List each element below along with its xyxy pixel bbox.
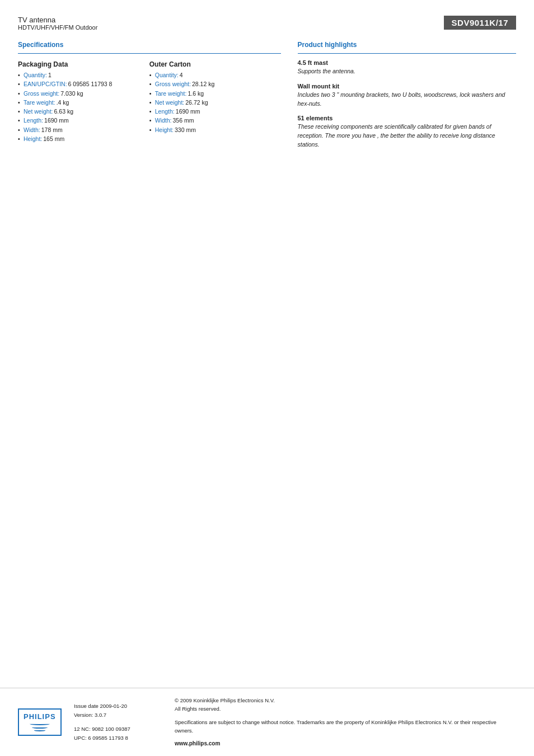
model-badge: SDV9011K/17 (444, 16, 516, 30)
packaging-quantity-value: 1 (48, 71, 51, 79)
footer-nc-label: 12 NC: (74, 726, 91, 732)
footer-version-label: Version: (74, 712, 93, 718)
packaging-net-weight-value: 6.63 kg (54, 107, 73, 116)
footer: PHILIPS Issue date 2009-01-20 Version: 3… (0, 688, 534, 756)
packaging-length-value: 1690 mm (44, 116, 69, 125)
footer-upc-value: 6 09585 11793 8 (88, 735, 128, 741)
footer-nc-row: 12 NC: 9082 100 09387 (74, 725, 163, 734)
packaging-gross-weight: Gross weight: 7.030 kg (18, 89, 149, 98)
philips-logo-box: PHILIPS (18, 708, 62, 736)
highlight-mast: 4.5 ft mast Supports the antenna. (298, 59, 517, 76)
packaging-gross-weight-value: 7.030 kg (60, 89, 83, 98)
carton-height-value: 330 mm (175, 125, 196, 134)
footer-version-value: 3.0.7 (95, 712, 106, 718)
packaging-quantity: Quantity: 1 (18, 71, 149, 79)
carton-net-weight-label: Net weight: (155, 98, 185, 107)
footer-issue-date-value: 2009-01-20 (100, 703, 127, 709)
footer-website: www.philips.com (175, 739, 516, 748)
outer-carton-list: Quantity: 4 Gross weight: 28.12 kg Tare … (149, 71, 281, 134)
carton-width: Width: 356 mm (149, 116, 281, 125)
wave-line-3 (34, 730, 45, 731)
footer-issue-date: Issue date 2009-01-20 (74, 702, 163, 711)
packaging-data-list: Quantity: 1 EAN/UPC/GTIN: 6 09585 11793 … (18, 71, 149, 143)
carton-length: Length: 1690 mm (149, 107, 281, 116)
product-subtitle: HDTV/UHF/VHF/FM Outdoor (18, 24, 97, 31)
footer-upc-label: UPC: (74, 735, 87, 741)
carton-quantity: Quantity: 4 (149, 71, 281, 79)
carton-quantity-label: Quantity: (155, 71, 179, 79)
two-col-specs: Packaging Data Quantity: 1 EAN/UPC/GTIN:… (18, 59, 281, 149)
carton-length-value: 1690 mm (176, 107, 200, 116)
packaging-ean: EAN/UPC/GTIN: 6 09585 11793 8 (18, 79, 149, 88)
philips-logo: PHILIPS (18, 708, 63, 736)
footer-copyright: © 2009 Koninklijke Philips Electronics N… (175, 696, 516, 705)
packaging-gross-weight-label: Gross weight: (24, 89, 59, 98)
packaging-length: Length: 1690 mm (18, 116, 149, 125)
packaging-tare-weight-label: Tare weight: (24, 98, 55, 107)
carton-gross-weight-label: Gross weight: (155, 79, 191, 88)
philips-text: PHILIPS (24, 713, 56, 720)
footer-info: Issue date 2009-01-20 Version: 3.0.7 12 … (74, 702, 163, 743)
footer-upc-row: UPC: 6 09585 11793 8 (74, 734, 163, 743)
specs-divider (18, 53, 281, 54)
right-column: Product highlights 4.5 ft mast Supports … (292, 41, 517, 156)
footer-rights: All Rights reserved. (175, 705, 516, 713)
left-column: Specifications Packaging Data Quantity: … (18, 41, 292, 156)
carton-length-label: Length: (155, 107, 175, 116)
carton-quantity-value: 4 (180, 71, 183, 79)
specifications-title: Specifications (18, 41, 281, 49)
wave-line-1 (30, 722, 50, 725)
highlight-elements-name: 51 elements (298, 115, 517, 121)
carton-gross-weight-value: 28.12 kg (192, 79, 214, 88)
packaging-tare-weight: Tare weight: .4 kg (18, 98, 149, 107)
product-highlights-title: Product highlights (298, 41, 517, 49)
product-title-block: TV antenna HDTV/UHF/VHF/FM Outdoor (18, 16, 97, 31)
packaging-height-label: Height: (24, 134, 42, 143)
outer-carton-col: Outer Carton Quantity: 4 Gross weight: 2… (149, 59, 281, 149)
carton-gross-weight: Gross weight: 28.12 kg (149, 79, 281, 88)
carton-tare-weight-label: Tare weight: (155, 89, 187, 98)
highlight-mast-name: 4.5 ft mast (298, 59, 517, 66)
philips-waves (30, 722, 50, 731)
packaging-ean-value: 6 09585 11793 8 (68, 79, 113, 88)
carton-height: Height: 330 mm (149, 125, 281, 134)
highlight-elements-desc: These receiving components are scientifi… (298, 123, 517, 149)
packaging-tare-weight-value: .4 kg (57, 98, 69, 107)
highlight-wall-mount-desc: Includes two 3 " mounting brackets, two … (298, 91, 517, 109)
page: TV antenna HDTV/UHF/VHF/FM Outdoor SDV90… (0, 0, 534, 756)
outer-carton-title: Outer Carton (149, 60, 281, 68)
packaging-width-value: 178 mm (41, 125, 63, 134)
footer-version: Version: 3.0.7 (74, 711, 163, 720)
packaging-data-col: Packaging Data Quantity: 1 EAN/UPC/GTIN:… (18, 59, 149, 149)
packaging-net-weight-label: Net weight: (24, 107, 53, 116)
packaging-width: Width: 178 mm (18, 125, 149, 134)
packaging-quantity-label: Quantity: (24, 71, 47, 79)
product-title: TV antenna (18, 16, 97, 24)
footer-right: © 2009 Koninklijke Philips Electronics N… (175, 696, 516, 748)
footer-issue-date-label: Issue date (74, 703, 100, 709)
packaging-height-value: 165 mm (43, 134, 64, 143)
footer-nc: 12 NC: 9082 100 09387 UPC: 6 09585 11793… (74, 725, 163, 743)
footer-specs-note: Specifications are subject to change wit… (175, 718, 516, 735)
main-content: Specifications Packaging Data Quantity: … (18, 41, 516, 156)
packaging-ean-label: EAN/UPC/GTIN: (24, 79, 67, 88)
packaging-length-label: Length: (24, 116, 43, 125)
top-section: TV antenna HDTV/UHF/VHF/FM Outdoor SDV90… (18, 16, 516, 31)
carton-net-weight-value: 26.72 kg (185, 98, 208, 107)
carton-width-label: Width: (155, 116, 172, 125)
carton-width-value: 356 mm (173, 116, 194, 125)
carton-net-weight: Net weight: 26.72 kg (149, 98, 281, 107)
carton-height-label: Height: (155, 125, 174, 134)
highlight-elements: 51 elements These receiving components a… (298, 115, 517, 149)
highlight-mast-desc: Supports the antenna. (298, 67, 517, 76)
packaging-width-label: Width: (24, 125, 40, 134)
highlight-wall-mount-name: Wall mount kit (298, 83, 517, 90)
carton-tare-weight: Tare weight: 1.6 kg (149, 89, 281, 98)
footer-nc-value: 9082 100 09387 (92, 726, 130, 732)
carton-tare-weight-value: 1.6 kg (188, 89, 204, 98)
wave-line-2 (32, 726, 48, 729)
packaging-net-weight: Net weight: 6.63 kg (18, 107, 149, 116)
highlight-wall-mount: Wall mount kit Includes two 3 " mounting… (298, 83, 517, 109)
highlights-divider (298, 53, 517, 54)
packaging-height: Height: 165 mm (18, 134, 149, 143)
